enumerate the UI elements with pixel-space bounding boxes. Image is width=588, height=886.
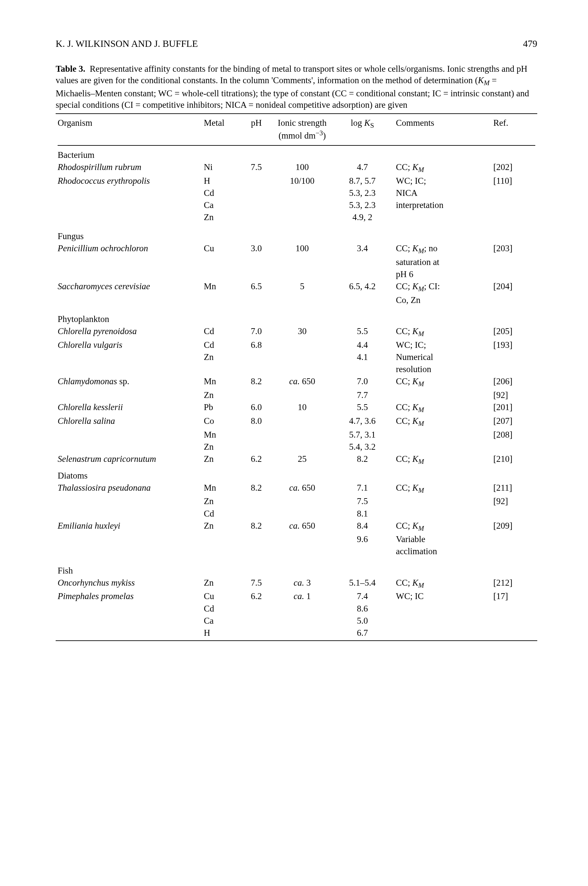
logks-cell: 6.7 [331, 627, 394, 639]
table-row: Cd8.1 [56, 508, 537, 520]
logks-cell: 5.5 [331, 325, 394, 339]
logks-cell: 7.1 [331, 482, 394, 496]
table-row: Ca5.0 [56, 615, 537, 627]
logks-cell: 8.6 [331, 603, 394, 615]
page-header: K. J. WILKINSON AND J. BUFFLE 479 [56, 38, 537, 50]
km-k: K [478, 75, 484, 85]
ref-cell: [206] [491, 375, 537, 389]
metal-cell: Cd [202, 187, 239, 199]
organism-cell: Saccharomyces cerevisiae [56, 280, 202, 294]
organism-cell: Chlorella vulgaris [56, 339, 202, 351]
metal-cell: Zn [202, 495, 239, 508]
ph-cell: 8.2 [239, 375, 273, 389]
ref-cell: [92] [491, 389, 537, 401]
caption-text-1: Representative affinity constants for th… [56, 64, 527, 85]
section-label: Bacterium [56, 147, 202, 161]
metal-cell: Zn [202, 389, 239, 401]
logks-cell: 5.3, 2.3 [331, 187, 394, 199]
ref-cell: [209] [491, 520, 537, 533]
organism-cell: Chlamydomonas sp. [56, 375, 202, 389]
col-ph: pH [239, 115, 273, 143]
metal-cell: Cu [202, 242, 239, 256]
section-label: Diatoms [56, 467, 202, 482]
ph-cell: 6.2 [239, 590, 273, 602]
logks-cell: 8.7, 5.7 [331, 175, 394, 187]
ph-cell: 6.2 [239, 453, 273, 467]
logks-cell: 8.1 [331, 508, 394, 520]
metal-cell: Cd [202, 339, 239, 351]
comments-cell: saturation at [394, 256, 491, 268]
organism-cell: Chlorella salina [56, 415, 202, 429]
table-row: pH 6 [56, 268, 537, 280]
table-row: Zn7.7[92] [56, 389, 537, 401]
logks-cell: 3.4 [331, 242, 394, 256]
logks-cell: 4.1 [331, 351, 394, 363]
section-label: Phytoplankton [56, 306, 202, 325]
ph-cell: 7.5 [239, 161, 273, 175]
ref-cell: [203] [491, 242, 537, 256]
metal-cell: Cd [202, 325, 239, 339]
metal-cell: Mn [202, 429, 239, 441]
section-fish: Fish [56, 558, 537, 577]
comments-cell: CC; KM [394, 482, 491, 496]
metal-cell: H [202, 175, 239, 187]
section-diatoms: Diatoms [56, 467, 537, 482]
table-row: Selenastrum capricornutum Zn 6.2 25 8.2 … [56, 453, 537, 467]
comments-cell: acclimation [394, 545, 491, 557]
ionic-cell: 5 [273, 280, 331, 294]
comments-cell: WC; IC; [394, 339, 491, 351]
ionic-cell: 30 [273, 325, 331, 339]
ref-cell: [211] [491, 482, 537, 496]
ph-cell: 8.2 [239, 520, 273, 533]
table-header-row: Organism Metal pH Ionic strength (mmol d… [56, 115, 537, 143]
table-row: Oncorhynchus mykiss Zn 7.5 ca. 3 5.1–5.4… [56, 577, 537, 590]
ph-cell: 6.0 [239, 401, 273, 415]
ph-cell: 6.5 [239, 280, 273, 294]
col-organism: Organism [56, 115, 202, 143]
ph-cell: 7.0 [239, 325, 273, 339]
logks-cell: 8.2 [331, 453, 394, 467]
logks-cell: 4.7 [331, 161, 394, 175]
ref-cell: [212] [491, 577, 537, 590]
section-fungus: Fungus [56, 224, 537, 242]
comments-cell: Variable [394, 533, 491, 545]
comments-cell: CC; KM [394, 161, 491, 175]
ph-cell: 7.5 [239, 577, 273, 590]
comments-cell: WC; IC; [394, 175, 491, 187]
table-row: H6.7 [56, 627, 537, 639]
table-label: Table 3. [56, 64, 86, 74]
table-row: Chlorella salina Co 8.0 4.7, 3.6 CC; KM … [56, 415, 537, 429]
logks-cell: 4.7, 3.6 [331, 415, 394, 429]
col-metal: Metal [202, 115, 239, 143]
table-row: Zn5.4, 3.2 [56, 441, 537, 453]
table-row: Zn4.9, 2 [56, 211, 537, 224]
table-row: Pimephales promelas Cu 6.2 ca. 1 7.4 WC;… [56, 590, 537, 602]
metal-cell: Zn [202, 441, 239, 453]
logks-cell: 5.1–5.4 [331, 577, 394, 590]
table-row: Cd8.6 [56, 603, 537, 615]
table-row: 9.6Variable [56, 533, 537, 545]
ref-cell: [92] [491, 495, 537, 508]
ph-cell: 6.8 [239, 339, 273, 351]
metal-cell: Mn [202, 482, 239, 496]
metal-cell: H [202, 627, 239, 639]
logks-cell: 7.7 [331, 389, 394, 401]
comments-cell: CC; KM [394, 325, 491, 339]
table-row: Chlorella pyrenoidosa Cd 7.0 30 5.5 CC; … [56, 325, 537, 339]
table-row: Co, Zn [56, 294, 537, 306]
metal-cell: Mn [202, 375, 239, 389]
comments-cell: CC; KM [394, 520, 491, 533]
ref-cell: [208] [491, 429, 537, 441]
comments-cell: CC; KM [394, 375, 491, 389]
table-row: acclimation [56, 545, 537, 557]
table-row: Cd5.3, 2.3NICA [56, 187, 537, 199]
table-row: Ca5.3, 2.3interpretation [56, 199, 537, 211]
ionic-cell: ca. 3 [273, 577, 331, 590]
ref-cell: [110] [491, 175, 537, 187]
logks-cell: 4.4 [331, 339, 394, 351]
metal-cell: Zn [202, 351, 239, 363]
section-label: Fungus [56, 224, 202, 242]
ref-cell: [207] [491, 415, 537, 429]
ref-cell: [201] [491, 401, 537, 415]
comments-cell: CC; KM [394, 577, 491, 590]
